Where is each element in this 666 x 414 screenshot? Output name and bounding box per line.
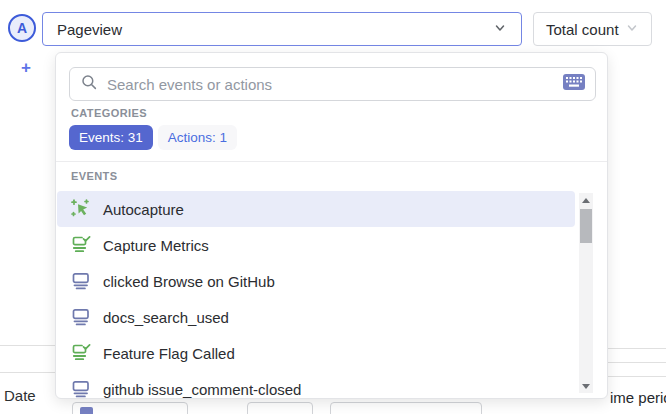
search-icon [80,73,98,95]
date-range-button[interactable] [72,402,188,414]
verified-event-icon [71,235,91,255]
search-input[interactable] [107,76,563,93]
event-name: docs_search_used [103,309,229,326]
event-list: Autocapture Capture Metrics [57,191,575,399]
event-select[interactable]: Pageview [42,12,522,46]
aggregation-select-value: Total count [546,21,619,38]
section-divider [56,161,607,162]
events-heading: EVENTS [71,170,117,182]
background-divider [608,376,666,377]
scrollbar[interactable] [579,193,593,393]
aggregation-select[interactable]: Total count [533,12,652,46]
categories-heading: CATEGORIES [71,107,147,119]
list-item-github-issue-comment-closed[interactable]: github issue_comment-closed [57,371,575,399]
series-badge-label: A [17,20,27,36]
autocapture-icon [71,199,91,219]
insight-query-editor: Date ime perio A Pageview Total count + [0,0,666,414]
event-name: Autocapture [103,201,184,218]
chevron-down-icon [625,21,639,38]
background-divider [608,348,666,349]
category-tabs: Events: 31 Actions: 1 [69,125,237,150]
background-divider [0,372,55,373]
chevron-down-icon [493,21,507,38]
keyboard-shortcut-icon [563,74,585,94]
calendar-icon [80,407,93,414]
tab-events[interactable]: Events: 31 [69,125,153,150]
list-item-autocapture[interactable]: Autocapture [57,191,575,227]
search-field[interactable] [69,67,596,101]
event-name: Feature Flag Called [103,345,235,362]
list-item-clicked-browse-on-github[interactable]: clicked Browse on GitHub [57,263,575,299]
verified-event-icon [71,343,91,363]
date-filter-label: Date [4,387,36,404]
background-divider [608,362,666,363]
event-taxonomic-popover: CATEGORIES Events: 31 Actions: 1 EVENTS [55,52,608,399]
custom-event-icon [71,307,91,327]
filter-button[interactable] [247,402,313,414]
background-divider [0,345,55,346]
series-badge: A [8,14,36,42]
scrollbar-thumb[interactable] [580,209,592,243]
compare-button[interactable] [330,402,482,414]
event-select-value: Pageview [57,21,122,38]
list-item-feature-flag-called[interactable]: Feature Flag Called [57,335,575,371]
add-series-button[interactable]: + [16,58,36,78]
custom-event-icon [71,271,91,291]
custom-event-icon [71,379,91,399]
event-name: github issue_comment-closed [103,381,301,398]
list-item-docs-search-used[interactable]: docs_search_used [57,299,575,335]
scroll-down-arrow-icon[interactable] [579,379,593,393]
list-item-capture-metrics[interactable]: Capture Metrics [57,227,575,263]
tab-actions[interactable]: Actions: 1 [158,125,237,150]
event-name: clicked Browse on GitHub [103,273,275,290]
time-period-partial-text: ime perio [610,389,666,406]
event-name: Capture Metrics [103,237,209,254]
scroll-up-arrow-icon[interactable] [579,193,593,207]
